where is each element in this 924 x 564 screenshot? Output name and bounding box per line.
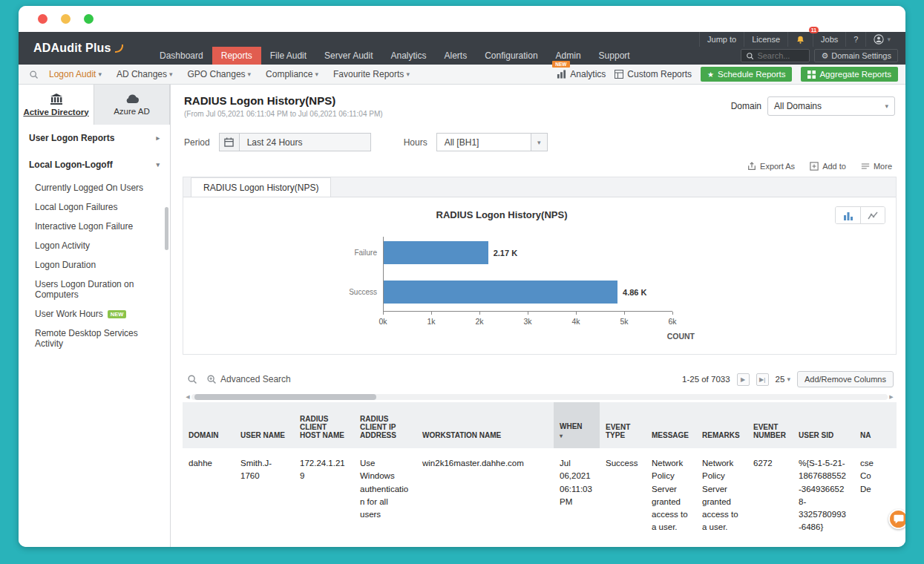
column-header-when[interactable]: WHEN▾ bbox=[554, 402, 600, 448]
export-as-button[interactable]: Export As bbox=[747, 162, 795, 171]
menu-favourite-reports[interactable]: Favourite Reports▾ bbox=[333, 69, 410, 79]
column-header-radius-client-ip-address[interactable]: RADIUS CLIENT IP ADDRESS bbox=[354, 402, 416, 448]
help-button[interactable]: ? bbox=[845, 32, 865, 47]
add-remove-columns-button[interactable]: Add/Remove Columns bbox=[797, 371, 894, 387]
next-page-button[interactable]: ▶ bbox=[737, 373, 750, 386]
scrollbar-track[interactable] bbox=[191, 394, 888, 400]
zoom-window-button[interactable] bbox=[84, 14, 94, 24]
column-header-workstation-name[interactable]: WORKSTATION NAME bbox=[416, 402, 554, 448]
add-to-button[interactable]: Add to bbox=[810, 162, 846, 171]
plus-icon bbox=[810, 162, 819, 171]
menu-gpo-changes[interactable]: GPO Changes▾ bbox=[188, 69, 252, 79]
chevron-down-icon[interactable]: ▾ bbox=[531, 134, 547, 151]
sidebar-item-interactive-logon-failure[interactable]: Interactive Logon Failure bbox=[19, 217, 170, 236]
period-value-field[interactable]: Last 24 Hours bbox=[239, 133, 371, 151]
report-tabstrip: RADIUS Logon History(NPS) bbox=[183, 177, 896, 197]
column-header-message[interactable]: MESSAGE bbox=[646, 402, 696, 448]
custom-reports-button[interactable]: Custom Reports bbox=[615, 69, 692, 79]
column-header-event-number[interactable]: EVENT NUMBER bbox=[747, 402, 793, 448]
tab-active-directory[interactable]: Active Directory bbox=[19, 85, 94, 125]
column-header-user-name[interactable]: USER NAME bbox=[235, 402, 294, 448]
sidebar-item-users-logon-duration-on-computers[interactable]: Users Logon Duration on Computers bbox=[19, 275, 170, 304]
tab-radius-logon-history[interactable]: RADIUS Logon History(NPS) bbox=[191, 177, 331, 197]
last-page-button[interactable]: ▶| bbox=[756, 373, 769, 386]
scrollbar-thumb[interactable] bbox=[194, 394, 376, 400]
table-search-button[interactable] bbox=[187, 374, 197, 384]
search-input[interactable] bbox=[757, 51, 805, 60]
line-chart-icon[interactable] bbox=[860, 207, 885, 223]
nav-item-analytics[interactable]: Analytics bbox=[381, 47, 435, 65]
sidebar-item-currently-logged-on-users[interactable]: Currently Logged On Users bbox=[19, 178, 170, 197]
jump-to-link[interactable]: Jump to bbox=[699, 32, 744, 47]
column-header-domain[interactable]: DOMAIN bbox=[183, 402, 235, 448]
hours-select[interactable]: All [BH1] ▾ bbox=[436, 133, 548, 151]
nav-item-support[interactable]: Support bbox=[590, 47, 639, 65]
analytics-button[interactable]: NEW Analytics bbox=[557, 69, 606, 79]
star-icon: ★ bbox=[707, 70, 714, 79]
nav-item-reports[interactable]: Reports bbox=[212, 47, 261, 65]
nav-item-configuration[interactable]: Configuration bbox=[476, 47, 546, 65]
menu-logon-audit[interactable]: Logon Audit▾ bbox=[49, 69, 102, 79]
sidebar-item-local-logon-failures[interactable]: Local Logon Failures bbox=[19, 197, 170, 217]
table-row[interactable]: dahhe Smith.J-1760 172.24.1.219 Use Wind… bbox=[183, 448, 897, 543]
more-button[interactable]: More bbox=[861, 162, 892, 171]
column-header-radius-client-host-name[interactable]: RADIUS CLIENT HOST NAME bbox=[294, 402, 354, 448]
export-as-label: Export As bbox=[760, 162, 795, 171]
calendar-button[interactable] bbox=[219, 133, 239, 151]
menu-compliance[interactable]: Compliance▾ bbox=[266, 69, 318, 79]
utility-row: Jump to License 11 Jobs ? ▾ bbox=[151, 32, 905, 47]
domain-select[interactable]: All Domains ▾ bbox=[767, 96, 895, 116]
notifications-button[interactable]: 11 bbox=[787, 32, 813, 47]
nav-item-file-audit[interactable]: File Audit bbox=[261, 47, 315, 65]
category-label: Failure bbox=[354, 249, 377, 257]
failure-bar[interactable] bbox=[384, 241, 488, 264]
support-chat-button[interactable] bbox=[888, 509, 905, 529]
domain-settings-button[interactable]: ⚙ Domain Settings bbox=[814, 49, 898, 62]
sidebar-item-logon-activity[interactable]: Logon Activity bbox=[19, 236, 170, 255]
column-header-remarks[interactable]: REMARKS bbox=[696, 402, 747, 448]
menu-label: AD Changes bbox=[117, 69, 167, 79]
jobs-link[interactable]: Jobs bbox=[813, 32, 845, 47]
schedule-reports-button[interactable]: ★ Schedule Reports bbox=[701, 67, 792, 82]
column-header-event-type[interactable]: EVENT TYPE bbox=[600, 402, 646, 448]
sidebar-scrollbar-thumb[interactable] bbox=[165, 207, 168, 250]
sidebar-section-local-logon-logoff[interactable]: Local Logon-Logoff ▾ bbox=[19, 151, 170, 178]
global-search-box[interactable] bbox=[741, 49, 810, 62]
close-window-button[interactable] bbox=[38, 14, 47, 24]
aggregate-reports-button[interactable]: Aggregate Reports bbox=[801, 67, 898, 82]
license-link[interactable]: License bbox=[744, 32, 787, 47]
success-bar[interactable] bbox=[384, 281, 617, 304]
nav-item-dashboard[interactable]: Dashboard bbox=[151, 47, 212, 65]
account-menu[interactable]: ▾ bbox=[865, 32, 898, 47]
bar-chart-icon[interactable] bbox=[836, 207, 860, 223]
page-size-select[interactable]: 25 ▾ bbox=[776, 375, 790, 384]
jobs-label: Jobs bbox=[821, 35, 838, 44]
minimize-window-button[interactable] bbox=[61, 14, 71, 24]
sidebar-item-logon-duration[interactable]: Logon Duration bbox=[19, 255, 170, 275]
nav-item-server-audit[interactable]: Server Audit bbox=[315, 47, 381, 65]
sidebar-item-remote-desktop-services-activity[interactable]: Remote Desktop Services Activity bbox=[19, 324, 170, 353]
bar-value-label: 2.17 K bbox=[494, 249, 517, 258]
aggregate-reports-icon bbox=[807, 70, 816, 79]
scroll-right-icon[interactable]: ▶ bbox=[888, 394, 895, 400]
bar-row-failure: Failure 2.17 K bbox=[384, 241, 672, 264]
section-label: Local Logon-Logoff bbox=[29, 160, 113, 170]
cloud-icon bbox=[125, 94, 140, 104]
tab-azure-ad[interactable]: Azure AD bbox=[94, 85, 170, 125]
sidebar-item-user-work-hours[interactable]: User Work HoursNEW bbox=[19, 304, 170, 324]
chevron-down-icon: ▾ bbox=[315, 70, 318, 78]
ribbon-search-button[interactable] bbox=[29, 70, 39, 79]
scroll-left-icon[interactable]: ◀ bbox=[184, 394, 191, 400]
menu-ad-changes[interactable]: AD Changes▾ bbox=[117, 69, 173, 79]
advanced-search-button[interactable]: Advanced Search bbox=[206, 374, 291, 384]
custom-reports-label: Custom Reports bbox=[627, 69, 692, 79]
adaudit-plus-logo[interactable]: ADAudit Plus bbox=[19, 32, 151, 65]
period-filter-row: Period Last 24 Hours Hours All [BH1] ▾ bbox=[183, 125, 897, 160]
column-header-user-sid[interactable]: USER SID bbox=[793, 402, 854, 448]
sidebar-section-user-logon-reports[interactable]: User Logon Reports ▸ bbox=[19, 125, 170, 151]
column-header-na[interactable]: NA bbox=[854, 402, 897, 448]
nav-item-alerts[interactable]: Alerts bbox=[436, 47, 476, 65]
tab-label: Active Directory bbox=[23, 108, 88, 117]
item-label: Remote Desktop Services Activity bbox=[35, 328, 163, 349]
report-title-block: RADIUS Logon History(NPS) (From Jul 05,2… bbox=[184, 94, 383, 118]
